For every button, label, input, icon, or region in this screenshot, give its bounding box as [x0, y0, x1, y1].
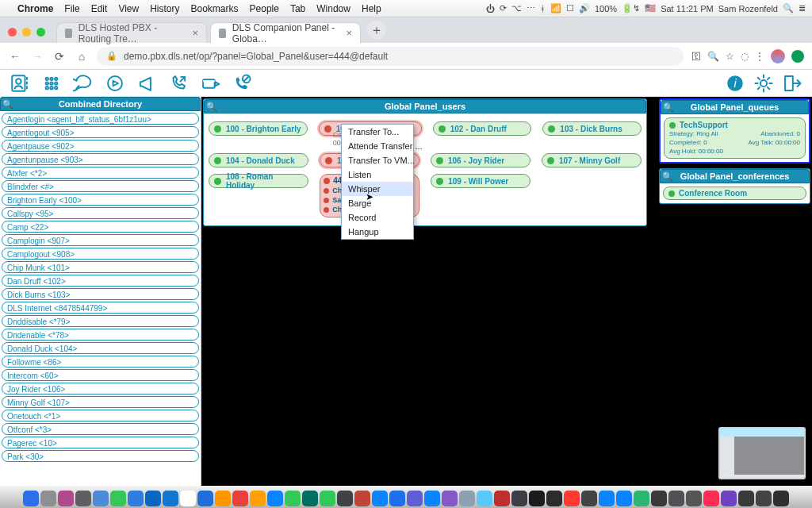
- dock-app-icon[interactable]: [581, 491, 597, 506]
- maximize-window-button[interactable]: [36, 28, 45, 37]
- directory-item[interactable]: Pagerec <10>: [2, 437, 199, 448]
- dock-app-icon[interactable]: [337, 491, 353, 506]
- menubar-item[interactable]: Window: [316, 3, 350, 14]
- menubar-item[interactable]: File: [64, 3, 79, 14]
- dock-app-icon[interactable]: [686, 491, 702, 506]
- menubar-item[interactable]: Tab: [290, 3, 305, 14]
- search-icon[interactable]: 🔍: [662, 171, 673, 182]
- forward-button[interactable]: →: [30, 50, 44, 63]
- directory-item[interactable]: Joy Rider <106>: [2, 383, 199, 394]
- directory-item[interactable]: Callspy <95>: [2, 207, 199, 219]
- user-extension[interactable]: 103 - Dick Burns: [542, 121, 642, 136]
- user-extension[interactable]: 108 - Roman Holiday: [209, 174, 308, 188]
- call-transfer-icon[interactable]: [167, 72, 190, 94]
- directory-item[interactable]: Agentlogout <905>: [2, 126, 199, 138]
- home-button[interactable]: ⌂: [75, 50, 89, 63]
- dock-app-icon[interactable]: [250, 491, 266, 506]
- address-bar[interactable]: 🔒 demo.pbx.dls.net/op/?panel=Global_Pane…: [97, 47, 684, 66]
- directory-item[interactable]: Followme <86>: [2, 356, 199, 368]
- directory-item[interactable]: Agentunpause <903>: [2, 153, 199, 165]
- menubar-item[interactable]: Edit: [91, 3, 108, 14]
- dock-app-icon[interactable]: [494, 491, 510, 506]
- dock-app-icon[interactable]: [616, 491, 632, 506]
- directory-item[interactable]: Donald Duck <104>: [2, 342, 199, 354]
- dock-app-icon[interactable]: [40, 491, 56, 506]
- dock-app-icon[interactable]: [738, 491, 754, 506]
- dock-app-icon[interactable]: [703, 491, 719, 506]
- dock-app-icon[interactable]: [320, 491, 335, 506]
- directory-item[interactable]: Park <30>: [2, 450, 199, 462]
- close-tab-icon[interactable]: ×: [346, 27, 352, 39]
- dock-app-icon[interactable]: [529, 491, 545, 506]
- search-icon[interactable]: 🔍: [707, 51, 719, 62]
- directory-item[interactable]: Chip Munk <101>: [2, 261, 199, 273]
- context-menu-item[interactable]: Attende Transfer ...: [342, 139, 413, 153]
- browser-tab-inactive[interactable]: DLS Hosted PBX - Routing Tre… ×: [56, 22, 207, 43]
- directory-item[interactable]: Blindxfer <#>: [2, 180, 199, 192]
- dock-app-icon[interactable]: [564, 491, 580, 506]
- context-menu-item[interactable]: Hangup: [342, 225, 413, 239]
- dock-app-icon[interactable]: [58, 491, 74, 506]
- pip-preview[interactable]: [718, 427, 806, 479]
- bookmark-star-icon[interactable]: ☆: [726, 51, 734, 62]
- context-menu-item[interactable]: Whisper: [342, 182, 413, 196]
- dock-app-icon[interactable]: [721, 491, 737, 506]
- directory-item[interactable]: DLS Internet <8478544799>: [2, 302, 199, 314]
- context-menu-item[interactable]: Barge: [342, 196, 413, 210]
- directory-item[interactable]: Camp <22>: [2, 221, 199, 233]
- dock-app-icon[interactable]: [424, 491, 440, 506]
- dock-app-icon[interactable]: [511, 491, 527, 506]
- minimize-window-button[interactable]: [22, 28, 31, 37]
- menubar-item[interactable]: Bookmarks: [191, 3, 239, 14]
- password-key-icon[interactable]: ⚿: [691, 51, 701, 62]
- dialpad-icon[interactable]: [40, 72, 63, 94]
- directory-item[interactable]: Dndenable <*78>: [2, 329, 199, 341]
- user-extension[interactable]: 102 - Dan Druff: [433, 121, 532, 136]
- dock-app-icon[interactable]: [75, 491, 91, 506]
- menubar-item[interactable]: History: [150, 3, 179, 14]
- broadcast-icon[interactable]: [103, 72, 127, 94]
- dock-app-icon[interactable]: [407, 491, 423, 506]
- spotlight-icon[interactable]: 🔍: [783, 3, 794, 13]
- dock-app-icon[interactable]: [285, 491, 301, 506]
- dock-app-icon[interactable]: [145, 491, 161, 506]
- dock-app-icon[interactable]: [110, 491, 126, 506]
- dock-app-icon[interactable]: [354, 491, 370, 506]
- browser-tab-active[interactable]: DLS Companion Panel - Globa… ×: [210, 22, 361, 43]
- directory-item[interactable]: Atxfer <*2>: [2, 167, 199, 179]
- dock-app-icon[interactable]: [546, 491, 562, 506]
- chat-bubble-icon[interactable]: [71, 72, 95, 94]
- directory-item[interactable]: Minny Golf <107>: [2, 396, 199, 408]
- dock-app-icon[interactable]: [599, 491, 615, 506]
- menu-dots-icon[interactable]: ⋮: [755, 51, 764, 62]
- dock-app-icon[interactable]: [180, 491, 196, 506]
- context-menu-item[interactable]: Transfer To...: [342, 125, 413, 139]
- search-icon[interactable]: 🔍: [206, 101, 217, 112]
- dock-app-icon[interactable]: [634, 491, 649, 506]
- dock-app-icon[interactable]: [389, 491, 405, 506]
- contacts-icon[interactable]: [8, 72, 32, 94]
- user-extension[interactable]: 100 - Brighton Early: [209, 121, 308, 136]
- dock-app-icon[interactable]: [267, 491, 283, 506]
- directory-item[interactable]: Camplogout <908>: [2, 248, 199, 260]
- megaphone-icon[interactable]: [135, 72, 159, 94]
- macos-dock[interactable]: [0, 486, 812, 508]
- logout-icon[interactable]: [780, 72, 804, 94]
- user-extension[interactable]: 106 - Joy Rider: [431, 153, 530, 167]
- window-controls[interactable]: [8, 28, 45, 37]
- dnd-call-icon[interactable]: [230, 72, 254, 94]
- close-window-button[interactable]: [8, 28, 17, 37]
- extension-icon[interactable]: [791, 50, 804, 63]
- dock-app-icon[interactable]: [232, 491, 248, 506]
- dock-app-icon[interactable]: [163, 491, 178, 506]
- dock-app-icon[interactable]: [215, 491, 231, 506]
- user-extension[interactable]: 107 - Minny Golf: [542, 153, 642, 167]
- directory-item[interactable]: Onetouch <*1>: [2, 410, 199, 421]
- context-menu-item[interactable]: Transfer To VM...: [342, 153, 413, 167]
- control-center-icon[interactable]: ≣: [799, 3, 806, 13]
- queue-item[interactable]: TechSupport Strategy: Ring All Abandoned…: [664, 117, 806, 159]
- dock-app-icon[interactable]: [773, 491, 789, 506]
- dock-app-icon[interactable]: [756, 491, 772, 506]
- settings-gear-icon[interactable]: [752, 72, 776, 94]
- close-tab-icon[interactable]: ×: [192, 27, 198, 39]
